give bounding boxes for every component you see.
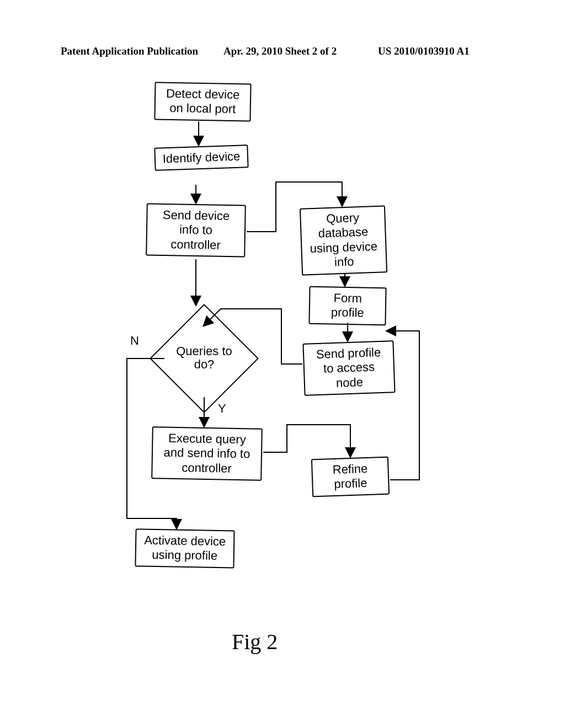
box-send-profile: Send profile to access node xyxy=(302,340,395,396)
box-send-device-info: Send device info to controller xyxy=(146,203,246,257)
decision-no-label: N xyxy=(130,334,139,348)
box-form-profile: Form profile xyxy=(308,286,386,325)
header-mid: Apr. 29, 2010 Sheet 2 of 2 xyxy=(223,45,337,57)
box-detect-device: Detect device on local port xyxy=(154,82,251,121)
figure-label: Fig 2 xyxy=(232,629,278,655)
decision-yes-label: Y xyxy=(218,402,226,416)
box-execute-query: Execute query and send info to controlle… xyxy=(151,426,263,481)
flowchart-arrows xyxy=(0,0,565,728)
box-query-database: Query database using device info xyxy=(300,205,387,275)
box-refine-profile: Refine profile xyxy=(311,457,390,497)
box-activate-device: Activate device using profile xyxy=(135,528,234,568)
decision-label: Queries to do? xyxy=(174,345,234,371)
box-identify-device: Identify device xyxy=(154,144,248,171)
header-left: Patent Application Publication xyxy=(61,45,198,57)
header-right: US 2010/0103910 A1 xyxy=(378,45,470,57)
